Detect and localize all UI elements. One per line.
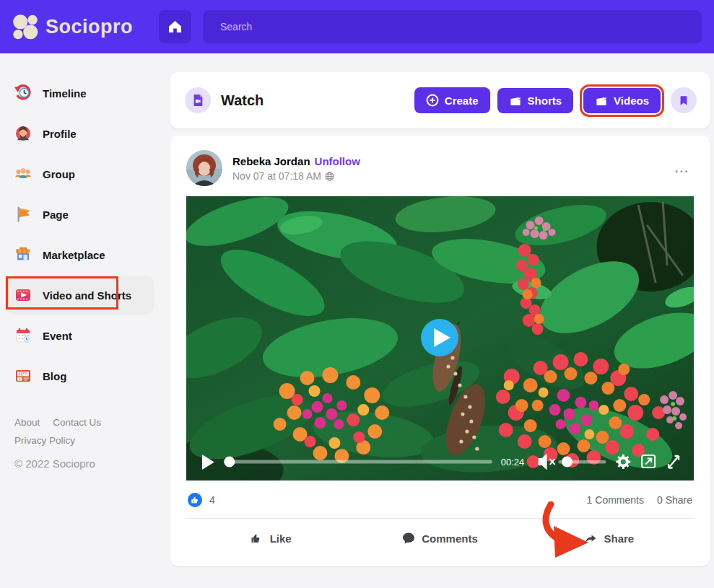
create-button-label: Create [445, 95, 479, 107]
video-file-icon [191, 94, 204, 107]
globe-privacy-icon [325, 172, 334, 181]
blog-icon [14, 367, 32, 385]
volume-thumb[interactable] [562, 457, 572, 468]
sidebar-item-group[interactable]: Group [14, 154, 170, 193]
sidebar-item-label: Video and Shorts [43, 289, 131, 302]
main-content: Watch Create [170, 53, 714, 588]
watch-toolbar: Watch Create [170, 72, 710, 128]
share-arrow-icon [584, 532, 597, 545]
sidebar: Timeline Profile Group [0, 53, 170, 588]
group-icon [14, 165, 32, 183]
progress-thumb[interactable] [224, 457, 235, 468]
video-frame: 00:24 [186, 196, 694, 481]
sidebar-item-event[interactable]: Event [14, 316, 170, 355]
sidebar-item-timeline[interactable]: Timeline [14, 74, 170, 113]
top-nav: Sociopro [0, 0, 714, 53]
share-button[interactable]: Share [525, 532, 694, 545]
footer-link-contact-us[interactable]: Contact Us [53, 417, 101, 428]
share-summary[interactable]: 0 Share [657, 494, 692, 506]
copyright: © 2022 Sociopro [14, 457, 170, 470]
post-stats: 4 1 Comments 0 Share [186, 481, 694, 518]
shorts-button-label: Shorts [528, 95, 562, 107]
sidebar-item-label: Timeline [43, 87, 87, 100]
share-button-label: Share [604, 532, 634, 545]
sidebar-item-label: Marketplace [43, 249, 105, 261]
post-menu-button[interactable]: ... [675, 162, 689, 176]
sidebar-item-label: Profile [43, 128, 77, 140]
search-input[interactable] [203, 10, 702, 43]
sidebar-item-label: Page [43, 209, 69, 221]
post-timestamp: Nov 07 at 07:18 AM [232, 170, 321, 182]
like-badge-icon [188, 493, 202, 507]
sidebar-footer: About Contact Us Privacy Policy © 2022 S… [14, 417, 170, 470]
sociopro-logo-icon [12, 13, 39, 40]
profile-icon [14, 125, 32, 142]
sidebar-item-page[interactable]: Page [14, 195, 170, 234]
event-calendar-icon [14, 327, 32, 344]
avatar-photo [186, 150, 222, 186]
like-count: 4 [209, 494, 215, 506]
watch-page-icon [185, 87, 211, 113]
plus-circle-icon [426, 94, 439, 107]
sidebar-item-label: Event [43, 330, 72, 342]
current-time: 00:24 [501, 457, 524, 468]
brand: Sociopro [12, 13, 159, 40]
sidebar-item-blog[interactable]: Blog [14, 356, 170, 395]
sidebar-item-profile[interactable]: Profile [14, 114, 170, 153]
comments-button[interactable]: Comments [355, 532, 524, 545]
like-button-label: Like [270, 532, 292, 545]
page-flag-icon [14, 206, 32, 223]
saved-videos-button[interactable] [671, 87, 697, 113]
like-button[interactable]: Like [186, 532, 355, 545]
footer-link-about[interactable]: About [14, 417, 40, 428]
marketplace-icon [14, 246, 32, 263]
author-name[interactable]: Rebeka Jordan [232, 155, 310, 167]
timeline-icon [14, 84, 32, 102]
unfollow-link[interactable]: Unfollow [315, 155, 360, 167]
sidebar-item-marketplace[interactable]: Marketplace [14, 235, 170, 274]
clapperboard-icon [595, 95, 608, 107]
shorts-button[interactable]: Shorts [497, 88, 574, 113]
post-card: Rebeka JordanUnfollow Nov 07 at 07:18 AM… [170, 136, 710, 566]
video-shorts-icon [14, 286, 32, 304]
post-author-block: Rebeka JordanUnfollow Nov 07 at 07:18 AM [232, 150, 360, 186]
home-button[interactable] [159, 10, 191, 43]
progress-bar[interactable] [224, 460, 492, 464]
page-title: Watch [221, 92, 264, 109]
comments-summary[interactable]: 1 Comments [587, 494, 644, 506]
home-icon [168, 20, 182, 33]
video-play-overlay[interactable] [421, 319, 458, 356]
videos-button-label: Videos [614, 95, 649, 107]
comment-bubble-icon [402, 532, 415, 545]
avatar[interactable] [186, 150, 222, 186]
sidebar-item-label: Blog [43, 370, 66, 382]
brand-name: Sociopro [45, 16, 133, 38]
post-actions: Like Comments Share [186, 519, 694, 549]
post-header: Rebeka JordanUnfollow Nov 07 at 07:18 AM… [186, 150, 694, 186]
video-player: 00:24 [186, 196, 694, 481]
bookmark-icon [678, 95, 689, 107]
thumbs-up-icon [251, 532, 264, 545]
footer-link-privacy-policy[interactable]: Privacy Policy [14, 435, 75, 446]
create-button[interactable]: Create [414, 87, 490, 113]
videos-button[interactable]: Videos [583, 88, 661, 113]
sidebar-item-video-and-shorts[interactable]: Video and Shorts [6, 276, 154, 315]
sidebar-item-label: Group [43, 168, 75, 180]
comments-button-label: Comments [422, 532, 478, 545]
clapperboard-icon [509, 95, 522, 107]
